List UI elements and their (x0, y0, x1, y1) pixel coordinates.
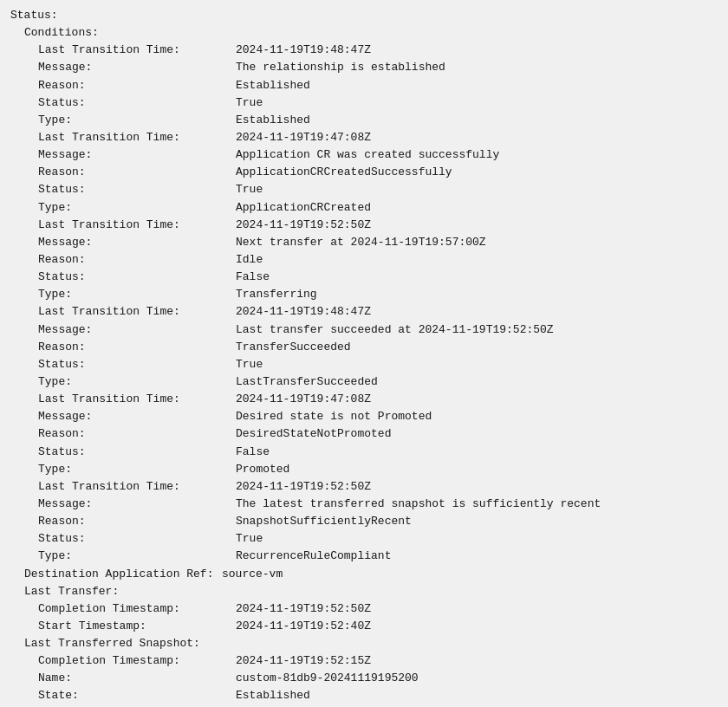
line-key: Type: (38, 461, 229, 478)
line-key: State: (38, 687, 229, 704)
line-value: Application CR was created successfully (229, 146, 499, 164)
line-value: Idle (229, 251, 263, 269)
line-value: TransferSucceeded (229, 339, 351, 356)
line-key: Reason: (38, 251, 229, 269)
line-value: SnapshotSufficientlyRecent (229, 513, 412, 530)
line-value: 2024-11-19T19:48:47Z (229, 303, 371, 321)
line-row: Reason:DesiredStateNotPromoted (10, 425, 718, 443)
line-key: Message: (38, 59, 229, 76)
line-key: Last Transition Time: (38, 42, 229, 59)
line-row: Message:Application CR was created succe… (10, 146, 718, 164)
line-row: Completion Timestamp:2024-11-19T19:52:15… (10, 652, 718, 670)
line-row: Last Transfer: (10, 583, 718, 600)
line-key: Message: (38, 496, 229, 513)
line-key: Message: (38, 321, 229, 339)
line-row: Reason:TransferSucceeded (10, 339, 718, 356)
line-value: The relationship is established (229, 59, 445, 76)
line-key: Message: (38, 146, 229, 164)
line-key: Name: (38, 670, 229, 687)
line-value: ApplicationCRCreatedSuccessfully (229, 164, 452, 181)
line-row: Status:True (10, 530, 718, 548)
line-value: Transferring (229, 286, 317, 303)
line-row: Type:LastTransferSucceeded (10, 373, 718, 391)
line-row: Last Transition Time:2024-11-19T19:52:50… (10, 217, 718, 234)
line-key: Last Transition Time: (38, 217, 229, 234)
line-key: Type: (38, 286, 229, 303)
line-key: Reason: (38, 339, 229, 356)
line-value: DesiredStateNotPromoted (229, 425, 391, 443)
line-row: Status:True (10, 356, 718, 373)
line-row: Destination Application Ref:source-vm (10, 566, 718, 583)
line-row: Start Timestamp:2024-11-19T19:52:40Z (10, 618, 718, 635)
line-value: Established (229, 687, 310, 704)
line-value: True (229, 530, 263, 548)
line-key: Completion Timestamp: (38, 652, 229, 670)
line-key: Conditions: (24, 24, 215, 42)
line-row: Status: (10, 7, 718, 24)
line-row: Reason:SnapshotSufficientlyRecent (10, 513, 718, 530)
line-key: Last Transition Time: (38, 303, 229, 321)
line-key: Last Transition Time: (38, 478, 229, 496)
line-key: Last Transferred Snapshot: (24, 635, 215, 652)
line-row: Completion Timestamp:2024-11-19T19:52:50… (10, 600, 718, 618)
line-row: Conditions: (10, 24, 718, 42)
main-content: Status:Conditions:Last Transition Time:2… (10, 7, 718, 707)
line-value: Established (229, 112, 310, 129)
line-row: Type:ApplicationCRCreated (10, 199, 718, 217)
line-value: 2024-11-19T19:52:50Z (229, 478, 371, 496)
line-value: Last transfer succeeded at 2024-11-19T19… (229, 321, 554, 339)
line-value: Established (229, 77, 310, 94)
line-value: Desired state is not Promoted (229, 408, 432, 425)
line-row: Last Transition Time:2024-11-19T19:47:08… (10, 129, 718, 146)
line-value: False (229, 269, 270, 286)
line-key: Status: (38, 356, 229, 373)
line-row: Type:Transferring (10, 286, 718, 303)
line-key: Message: (38, 408, 229, 425)
line-key: Type: (38, 373, 229, 391)
line-row: State:Established (10, 687, 718, 704)
line-key: Last Transition Time: (38, 129, 229, 146)
line-row: Reason:Established (10, 77, 718, 94)
line-value: Promoted (229, 461, 289, 478)
line-key: Status: (38, 269, 229, 286)
line-row: Type:Established (10, 112, 718, 129)
line-row: Last Transition Time:2024-11-19T19:48:47… (10, 42, 718, 59)
line-row: Reason:Idle (10, 251, 718, 269)
line-key: Status: (10, 7, 201, 24)
line-row: Type:RecurrenceRuleCompliant (10, 548, 718, 565)
line-key: Status: (38, 181, 229, 198)
line-value: The latest transferred snapshot is suffi… (229, 496, 601, 513)
line-row: Message:Last transfer succeeded at 2024-… (10, 321, 718, 339)
line-value: source-vm (215, 566, 283, 583)
line-key: Reason: (38, 77, 229, 94)
line-key: Type: (38, 548, 229, 565)
line-value: True (229, 356, 263, 373)
line-value: False (229, 444, 270, 461)
line-value: 2024-11-19T19:52:15Z (229, 652, 371, 670)
line-key: Last Transition Time: (38, 391, 229, 408)
line-key: Reason: (38, 513, 229, 530)
line-value: True (229, 94, 263, 112)
line-row: Message:The latest transferred snapshot … (10, 496, 718, 513)
line-row: Last Transferred Snapshot: (10, 635, 718, 652)
line-row: Status:False (10, 444, 718, 461)
line-key: Destination Application Ref: (24, 566, 215, 583)
line-value: True (229, 181, 263, 198)
line-key: Start Timestamp: (38, 618, 229, 635)
line-value: RecurrenceRuleCompliant (229, 548, 391, 565)
line-value: LastTransferSucceeded (229, 373, 378, 391)
line-key: Message: (38, 234, 229, 251)
line-row: Last Transition Time:2024-11-19T19:52:50… (10, 478, 718, 496)
line-row: Status:False (10, 269, 718, 286)
line-row: Message:Next transfer at 2024-11-19T19:5… (10, 234, 718, 251)
line-row: Last Transition Time:2024-11-19T19:48:47… (10, 303, 718, 321)
line-row: Last Transition Time:2024-11-19T19:47:08… (10, 391, 718, 408)
line-value: 2024-11-19T19:52:50Z (229, 600, 371, 618)
line-key: Last Transfer: (24, 583, 215, 600)
line-value: 2024-11-19T19:47:08Z (229, 391, 371, 408)
line-value: custom-81db9-20241119195200 (229, 670, 419, 687)
line-value: 2024-11-19T19:48:47Z (229, 42, 371, 59)
line-value: 2024-11-19T19:52:40Z (229, 618, 371, 635)
line-value: 2024-11-19T19:47:08Z (229, 129, 371, 146)
line-key: Completion Timestamp: (38, 600, 229, 618)
